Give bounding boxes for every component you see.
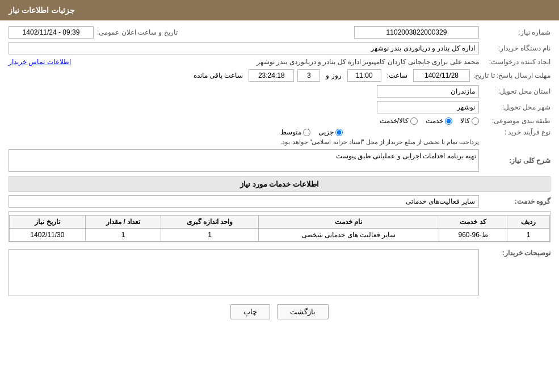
col-quantity: تعداد / مقدار [85,216,161,229]
page-wrapper: جزئیات اطلاعات نیاز شماره نیاز: 11020038… [0,0,559,392]
deadline-time-label: ساعت: [387,71,407,79]
deadline-remaining: 23:24:18 [249,69,294,82]
page-title: جزئیات اطلاعات نیاز [9,6,75,15]
buyer-org-row: نام دستگاه خریدار: اداره کل بنادر و دریا… [9,42,550,54]
buyer-desc-textarea[interactable] [11,252,476,292]
purchase-type-row: نوع فرآیند خرید : متوسط جزیی پرداخت تمام… [9,128,550,146]
creator-row: ایجاد کننده درخواست: محمد علی براری جایج… [9,58,550,66]
city-value: نوشهر [377,101,479,113]
city-row: شهر محل تحویل: نوشهر [9,101,550,113]
creator-label: ایجاد کننده درخواست: [482,58,550,66]
buyer-org-label: نام دستگاه خریدار: [482,44,550,52]
col-row: ردیف [507,216,550,229]
table-cell-quantity: 1 [85,229,161,242]
buyer-org-value: اداره کل بنادر و دریانوردی بندر نوشهر [9,42,479,54]
deadline-time: 11:00 [347,69,381,82]
need-desc-row: شرح کلی نیاز: تهیه برنامه اقدامات اجرایی… [9,149,550,172]
category-label: طبقه بندی موضوعی: [482,117,550,125]
col-name: نام خدمت [258,216,439,229]
main-content: شماره نیاز: 1102003822000329 تاریخ و ساع… [0,20,559,331]
print-button[interactable]: چاپ [230,304,270,319]
services-info-title: اطلاعات خدمات مورد نیاز [9,176,550,192]
deadline-days-label: روز و [326,71,341,79]
service-group-value: سایر فعالیت‌های خدماتی [9,195,479,208]
table-cell-row: 1 [507,229,550,242]
creator-value: محمد علی براری جایجانی کاردان کامپیوتر ا… [78,58,479,66]
service-group-label: گروه خدمت: [482,197,550,205]
category-khedmat-label: خدمت [426,117,443,125]
category-kala[interactable]: کالا [460,117,479,125]
category-radio-group: کالا/خدمت خدمت کالا [380,117,479,125]
need-number-label: شماره نیاز: [482,28,550,36]
category-kala-label: کالا [460,117,470,125]
category-kala-khedmat[interactable]: کالا/خدمت [380,117,418,125]
table-cell-date: 1402/11/30 [10,229,86,242]
province-label: استان محل تحویل: [482,87,550,95]
city-label: شهر محل تحویل: [482,103,550,111]
table-row: 1ط-96-960سایر فعالیت های خدماتی شخصی1114… [10,229,550,242]
top-row: شماره نیاز: 1102003822000329 تاریخ و ساع… [9,26,550,39]
announcement-value: 1402/11/24 - 09:39 [9,26,94,39]
col-unit: واحد اندازه گیری [161,216,258,229]
purchase-jozi[interactable]: جزیی [318,128,343,136]
deadline-row: مهلت ارسال پاسخ: تا تاریخ: 1402/11/28 سا… [9,69,550,82]
province-value: مازندران [377,85,479,98]
category-row: طبقه بندی موضوعی: کالا/خدمت خدمت کالا [9,117,550,125]
deadline-days: 3 [297,69,320,82]
buyer-desc-box [9,249,479,296]
category-khedmat[interactable]: خدمت [426,117,452,125]
purchase-motavaset-label: متوسط [280,128,301,136]
col-date: تاریخ نیاز [10,216,86,229]
purchase-type-radio-group: متوسط جزیی [280,128,479,136]
contact-link[interactable]: اطلاعات تماس خریدار [9,58,71,66]
deadline-remaining-label: ساعت باقی مانده [194,71,243,79]
col-code: کد خدمت [439,216,507,229]
purchase-type-options: متوسط جزیی پرداخت تمام یا بخشی از مبلغ خ… [280,128,479,146]
need-number-value: 1102003822000329 [354,26,479,39]
services-table: ردیف کد خدمت نام خدمت واحد اندازه گیری ت… [9,215,550,242]
buttons-row: بازگشت چاپ [9,304,550,319]
deadline-date: 1402/11/28 [413,69,470,82]
province-row: استان محل تحویل: مازندران [9,85,550,98]
table-cell-name: سایر فعالیت های خدماتی شخصی [258,229,439,242]
need-desc-label: شرح کلی نیاز: [482,157,550,165]
buyer-desc-row: توصیحات خریدار: [9,247,550,296]
table-cell-unit: 1 [161,229,258,242]
buyer-desc-label: توصیحات خریدار: [482,247,550,257]
purchase-note: پرداخت تمام یا بخشی از مبلغ خریدار از مح… [280,138,479,146]
purchase-motavaset[interactable]: متوسط [280,128,310,136]
table-cell-code: ط-96-960 [439,229,507,242]
need-desc-value: تهیه برنامه اقدامات اجرایی و عملیاتی طبق… [9,149,479,172]
purchase-type-label: نوع فرآیند خرید : [482,128,550,136]
deadline-label: مهلت ارسال پاسخ: تا تاریخ: [473,71,550,79]
service-group-row: گروه خدمت: سایر فعالیت‌های خدماتی [9,195,550,208]
page-header: جزئیات اطلاعات نیاز [0,0,559,20]
purchase-jozi-label: جزیی [318,128,334,136]
back-button[interactable]: بازگشت [277,304,329,319]
category-kala-khedmat-label: کالا/خدمت [380,117,409,125]
services-table-wrapper: ردیف کد خدمت نام خدمت واحد اندازه گیری ت… [9,211,550,242]
announcement-label: تاریخ و ساعت اعلان عمومی: [97,28,178,36]
